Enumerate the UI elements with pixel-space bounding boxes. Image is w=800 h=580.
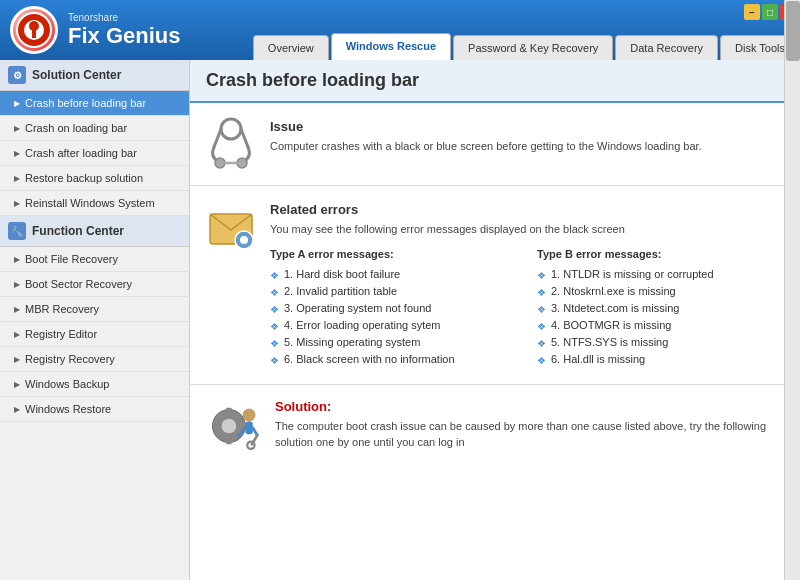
issue-description: Computer crashes with a black or blue sc…: [270, 138, 784, 155]
minimize-button[interactable]: −: [744, 4, 760, 20]
bullet-icon: ❖: [270, 287, 279, 298]
maximize-button[interactable]: □: [762, 4, 778, 20]
col-a-title: Type A error messages:: [270, 248, 517, 260]
issue-card: Issue Computer crashes with a black or b…: [190, 103, 800, 186]
issue-icon: [206, 119, 256, 169]
sidebar-item-restore-backup[interactable]: Restore backup solution: [0, 166, 189, 191]
tab-overview[interactable]: Overview: [253, 35, 329, 60]
related-errors-card: Related errors You may see the following…: [190, 186, 800, 385]
related-errors-subtitle: You may see the following error messages…: [270, 221, 784, 238]
error-b-3: ❖3. Ntdetect.com is missing: [537, 300, 784, 317]
svg-point-12: [240, 236, 248, 244]
function-center-header: 🔧 Function Center: [0, 216, 189, 247]
svg-point-19: [243, 409, 256, 422]
related-errors-body: Related errors You may see the following…: [270, 202, 784, 368]
bullet-icon: ❖: [537, 321, 546, 332]
error-a-1: ❖1. Hard disk boot failure: [270, 266, 517, 283]
function-center-icon: 🔧: [8, 222, 26, 240]
sidebar-item-reinstall-windows[interactable]: Reinstall Windows System: [0, 191, 189, 216]
sidebar-item-boot-sector-recovery[interactable]: Boot Sector Recovery: [0, 272, 189, 297]
error-col-b: Type B error messages: ❖1. NTLDR is miss…: [537, 248, 784, 368]
related-errors-icon: [206, 202, 256, 252]
error-a-6: ❖6. Black screen with no information: [270, 351, 517, 368]
sidebar: ⚙ Solution Center Crash before loading b…: [0, 60, 190, 580]
bullet-icon: ❖: [537, 287, 546, 298]
sidebar-item-windows-backup[interactable]: Windows Backup: [0, 372, 189, 397]
sidebar-item-registry-recovery[interactable]: Registry Recovery: [0, 347, 189, 372]
error-b-4: ❖4. BOOTMGR is missing: [537, 317, 784, 334]
error-columns: Type A error messages: ❖1. Hard disk boo…: [270, 248, 784, 368]
error-b-6: ❖6. Hal.dll is missing: [537, 351, 784, 368]
function-center-label: Function Center: [32, 224, 124, 238]
svg-point-4: [221, 119, 241, 139]
bullet-icon: ❖: [537, 304, 546, 315]
svg-rect-17: [213, 423, 219, 429]
nav-tabs: Overview Windows Rescue Password & Key R…: [251, 33, 800, 60]
bullet-icon: ❖: [537, 355, 546, 366]
svg-rect-15: [226, 408, 232, 414]
solution-icon: [206, 399, 261, 454]
app-title: Fix Genius: [68, 23, 180, 49]
error-a-4: ❖4. Error loading operating sytem: [270, 317, 517, 334]
issue-title: Issue: [270, 119, 784, 134]
col-b-title: Type B error messages:: [537, 248, 784, 260]
bullet-icon: ❖: [270, 304, 279, 315]
solution-center-header: ⚙ Solution Center: [0, 60, 189, 91]
app-logo: [10, 6, 58, 54]
solution-center-icon: ⚙: [8, 66, 26, 84]
app-title-block: Tenorshare Fix Genius: [68, 12, 180, 49]
tab-data-recovery[interactable]: Data Recovery: [615, 35, 718, 60]
svg-point-14: [222, 419, 237, 434]
scrollbar-thumb[interactable]: [786, 1, 800, 61]
svg-line-7: [241, 129, 248, 147]
error-b-1: ❖1. NTLDR is missing or corrupted: [537, 266, 784, 283]
scrollbar-track[interactable]: [784, 0, 800, 580]
solution-text: The computer boot crash issue can be cau…: [275, 418, 784, 451]
bullet-icon: ❖: [537, 338, 546, 349]
error-col-a: Type A error messages: ❖1. Hard disk boo…: [270, 248, 517, 368]
sidebar-item-boot-file-recovery[interactable]: Boot File Recovery: [0, 247, 189, 272]
error-b-5: ❖5. NTFS.SYS is missing: [537, 334, 784, 351]
svg-point-2: [29, 21, 39, 31]
bullet-icon: ❖: [270, 321, 279, 332]
error-a-2: ❖2. Invalid partition table: [270, 283, 517, 300]
title-bar: − □ ✕ Tenorshare Fix Genius Overview Win…: [0, 0, 800, 60]
sidebar-item-windows-restore[interactable]: Windows Restore: [0, 397, 189, 422]
bullet-icon: ❖: [270, 338, 279, 349]
sidebar-item-crash-before-loading[interactable]: Crash before loading bar: [0, 91, 189, 116]
solution-card: Solution: The computer boot crash issue …: [190, 385, 800, 468]
bullet-icon: ❖: [270, 355, 279, 366]
content-header: Crash before loading bar: [190, 60, 800, 103]
svg-rect-16: [226, 439, 232, 445]
sidebar-item-mbr-recovery[interactable]: MBR Recovery: [0, 297, 189, 322]
error-a-3: ❖3. Operating system not found: [270, 300, 517, 317]
tab-windows-rescue[interactable]: Windows Rescue: [331, 33, 451, 60]
related-errors-title: Related errors: [270, 202, 784, 217]
bullet-icon: ❖: [537, 270, 546, 281]
main-layout: ⚙ Solution Center Crash before loading b…: [0, 60, 800, 580]
error-a-5: ❖5. Missing operating system: [270, 334, 517, 351]
app-subtitle: Tenorshare: [68, 12, 180, 23]
page-title: Crash before loading bar: [206, 70, 784, 91]
svg-line-5: [214, 129, 221, 147]
content-area: Crash before loading bar Issue: [190, 60, 800, 580]
sidebar-item-crash-on-loading[interactable]: Crash on loading bar: [0, 116, 189, 141]
solution-body: Solution: The computer boot crash issue …: [275, 399, 784, 451]
solution-title: Solution:: [275, 399, 784, 414]
sidebar-item-registry-editor[interactable]: Registry Editor: [0, 322, 189, 347]
error-b-2: ❖2. Ntoskrnl.exe is missing: [537, 283, 784, 300]
tab-password-key-recovery[interactable]: Password & Key Recovery: [453, 35, 613, 60]
svg-rect-3: [32, 30, 36, 38]
solution-center-label: Solution Center: [32, 68, 121, 82]
bullet-icon: ❖: [270, 270, 279, 281]
sidebar-item-crash-after-loading[interactable]: Crash after loading bar: [0, 141, 189, 166]
issue-card-body: Issue Computer crashes with a black or b…: [270, 119, 784, 155]
